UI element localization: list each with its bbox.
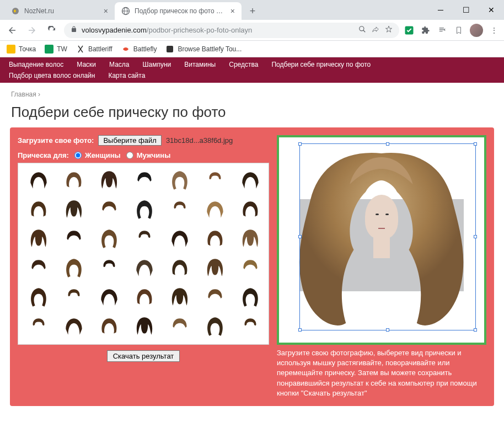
hairstyle-option[interactable] bbox=[22, 284, 56, 311]
gender-female-radio[interactable] bbox=[74, 152, 82, 159]
nav-link[interactable]: Шампуни bbox=[143, 61, 171, 68]
hairstyle-option[interactable] bbox=[163, 284, 197, 311]
hairstyle-option[interactable] bbox=[127, 196, 162, 223]
selection-box[interactable] bbox=[299, 143, 476, 330]
page-title: Подбери себе прическу по фото bbox=[0, 102, 504, 127]
back-button[interactable] bbox=[4, 23, 20, 38]
extension-puzzle-icon[interactable] bbox=[420, 25, 431, 36]
browser-tab-active[interactable]: Подбор причесок по фото онла... × bbox=[115, 2, 242, 20]
star-icon[interactable] bbox=[385, 25, 393, 35]
hairstyle-option[interactable] bbox=[233, 225, 267, 253]
hairstyle-option[interactable] bbox=[233, 313, 267, 340]
hairstyle-option[interactable] bbox=[92, 284, 126, 311]
forward-button[interactable] bbox=[24, 23, 40, 38]
svg-line-5 bbox=[363, 30, 366, 33]
nav-link[interactable]: Карта сайта bbox=[108, 72, 145, 79]
selected-filename: 31bc18d...a38f6d.jpg bbox=[166, 136, 233, 145]
hairstyle-option[interactable] bbox=[22, 225, 56, 253]
hairstyle-option[interactable] bbox=[198, 313, 232, 340]
site-nav: Выпадение волос Маски Масла Шампуни Вита… bbox=[0, 57, 504, 72]
nav-link[interactable]: Средства bbox=[229, 61, 258, 68]
hairstyle-option[interactable] bbox=[233, 196, 267, 223]
download-result-button[interactable]: Скачать результат bbox=[107, 350, 180, 362]
hairstyle-option[interactable] bbox=[92, 196, 126, 223]
hairstyle-option[interactable] bbox=[163, 196, 197, 223]
hairstyle-option[interactable] bbox=[22, 167, 56, 194]
nav-link[interactable]: Витамины bbox=[184, 61, 216, 68]
hairstyle-option[interactable] bbox=[22, 313, 56, 340]
address-bar[interactable]: volosvypadenie.com/podbor-prichesok-po-f… bbox=[64, 23, 399, 38]
maximize-button[interactable]: ☐ bbox=[453, 0, 479, 20]
gender-male-radio[interactable] bbox=[126, 152, 133, 159]
site-nav-2: Подбор цвета волос онлайн Карта сайта bbox=[0, 72, 504, 83]
bookmark-item[interactable]: TW bbox=[45, 45, 67, 54]
upload-label: Загрузите свое фото: bbox=[18, 136, 94, 145]
minimize-button[interactable]: ─ bbox=[428, 0, 453, 20]
svg-rect-7 bbox=[7, 45, 15, 54]
bookmark-item[interactable]: Battleriff bbox=[76, 45, 112, 54]
browser-tab[interactable]: NozNet.ru × bbox=[4, 2, 115, 20]
reload-button[interactable] bbox=[44, 23, 60, 38]
hairstyle-option[interactable] bbox=[127, 313, 162, 340]
hairstyle-option[interactable] bbox=[233, 284, 267, 311]
hairstyle-option[interactable] bbox=[233, 254, 267, 282]
hairstyle-option[interactable] bbox=[163, 225, 197, 253]
choose-file-button[interactable]: Выберите файл bbox=[98, 135, 161, 146]
hairstyle-option[interactable] bbox=[57, 167, 91, 194]
hairstyle-option[interactable] bbox=[57, 254, 91, 282]
hairstyle-option[interactable] bbox=[92, 313, 126, 340]
gender-male-label: Мужчины bbox=[137, 151, 171, 159]
gender-label: Прическа для: bbox=[18, 151, 69, 159]
close-icon[interactable]: × bbox=[230, 7, 235, 15]
hairstyle-option[interactable] bbox=[127, 225, 162, 253]
hairstyle-option[interactable] bbox=[92, 167, 126, 194]
hairstyle-option[interactable] bbox=[127, 284, 162, 311]
hairstyle-option[interactable] bbox=[57, 225, 91, 253]
close-icon[interactable]: × bbox=[104, 7, 108, 15]
hairstyle-option[interactable] bbox=[163, 254, 197, 282]
favicon-icon bbox=[11, 7, 20, 15]
hairstyle-option[interactable] bbox=[198, 225, 232, 253]
nav-link[interactable]: Подбери себе прическу по фото bbox=[271, 61, 371, 68]
hairstyle-option[interactable] bbox=[163, 167, 197, 194]
hairstyle-option[interactable] bbox=[198, 284, 232, 311]
url-path: /podbor-prichesok-po-foto-onlayn bbox=[147, 26, 253, 34]
tab-label: NozNet.ru bbox=[24, 7, 99, 15]
bookmark-item[interactable]: Browse Battlefy Tou... bbox=[165, 45, 242, 54]
extension-bookmark-icon[interactable] bbox=[453, 25, 464, 36]
svg-rect-8 bbox=[45, 45, 53, 54]
hairstyle-option[interactable] bbox=[198, 167, 232, 194]
hairstyle-option[interactable] bbox=[127, 167, 162, 194]
hairstyle-option[interactable] bbox=[92, 225, 126, 253]
extension-list-icon[interactable] bbox=[437, 25, 448, 36]
nav-link[interactable]: Подбор цвета волос онлайн bbox=[9, 72, 95, 79]
menu-icon[interactable]: ⋮ bbox=[489, 25, 500, 36]
tab-label: Подбор причесок по фото онла... bbox=[135, 7, 226, 15]
close-window-button[interactable]: ✕ bbox=[479, 0, 504, 20]
hairstyle-option[interactable] bbox=[92, 254, 126, 282]
hairstyle-option[interactable] bbox=[127, 254, 162, 282]
hairstyle-option[interactable] bbox=[22, 196, 56, 223]
hairstyle-option[interactable] bbox=[198, 254, 232, 282]
nav-link[interactable]: Выпадение волос bbox=[9, 61, 63, 68]
hairstyle-option[interactable] bbox=[233, 167, 267, 194]
hairstyle-option[interactable] bbox=[57, 196, 91, 223]
hairstyle-option[interactable] bbox=[57, 284, 91, 311]
bookmark-item[interactable]: Battlefly bbox=[121, 45, 157, 54]
bookmark-item[interactable]: Точка bbox=[7, 45, 36, 54]
lock-icon bbox=[71, 26, 77, 34]
new-tab-button[interactable]: + bbox=[245, 3, 260, 19]
hairstyle-option[interactable] bbox=[57, 313, 91, 340]
hairstyle-option[interactable] bbox=[22, 254, 56, 282]
share-icon[interactable] bbox=[372, 25, 379, 35]
breadcrumb-home[interactable]: Главная bbox=[11, 90, 36, 98]
nav-link[interactable]: Масла bbox=[109, 61, 129, 68]
nav-link[interactable]: Маски bbox=[77, 61, 96, 68]
extension-checkmark-icon[interactable] bbox=[404, 25, 415, 36]
preview-canvas[interactable] bbox=[277, 135, 486, 345]
search-icon[interactable] bbox=[358, 25, 366, 35]
hairstyle-option[interactable] bbox=[163, 313, 197, 340]
hairstyle-option[interactable] bbox=[198, 196, 232, 223]
profile-avatar[interactable] bbox=[470, 24, 483, 37]
svg-rect-9 bbox=[167, 46, 173, 52]
